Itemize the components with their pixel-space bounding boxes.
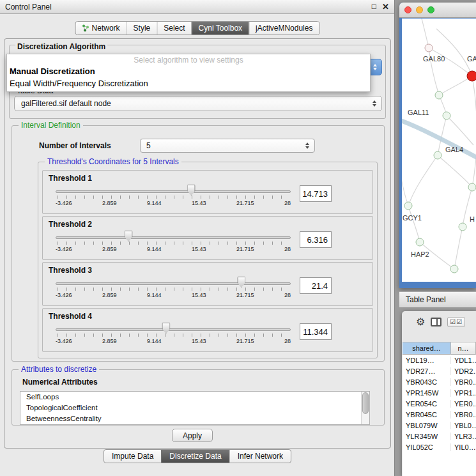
threshold-value-field[interactable]: 6.316: [300, 231, 332, 248]
tick-label: -3.426: [56, 338, 72, 344]
slider-thumb[interactable]: [187, 185, 196, 196]
slider-ticks: [58, 242, 289, 245]
table-cell[interactable]: YDL19…: [403, 357, 451, 364]
network-node[interactable]: [467, 71, 476, 82]
table-cell[interactable]: YER054C: [403, 400, 451, 408]
algorithm-placeholder-option[interactable]: Select algorithm to view settings: [7, 54, 370, 65]
table-cell[interactable]: YER0…: [451, 400, 476, 408]
column-header[interactable]: shared…: [403, 342, 451, 355]
threshold-slider[interactable]: -3.426 2.859 9.144 15.43 21.715 28: [56, 231, 291, 256]
table-row[interactable]: YBR045C YBR0…: [403, 409, 476, 420]
tab-label: Cyni Toolbox: [199, 24, 242, 33]
discretization-algorithm-title: Discretization Algorithm: [15, 42, 107, 51]
window-controls: □ ✕: [372, 2, 389, 12]
threshold-value-field[interactable]: 14.713: [300, 185, 332, 202]
network-node[interactable]: [450, 265, 459, 273]
table-row[interactable]: YLR345W YLR3…: [403, 431, 476, 441]
table-cell[interactable]: YBL0…: [451, 422, 476, 429]
network-node[interactable]: [435, 91, 443, 100]
control-panel-titlebar[interactable]: Control Panel □ ✕: [0, 0, 394, 14]
table-cell[interactable]: YDR27…: [403, 367, 451, 375]
tab[interactable]: jActiveMNodules: [249, 22, 319, 35]
table-row[interactable]: YER054C YER0…: [403, 398, 476, 409]
bottom-tab[interactable]: Infer Network: [229, 450, 291, 463]
tab[interactable]: Cyni Toolbox: [192, 22, 249, 35]
threshold-slider[interactable]: -3.426 2.859 9.144 15.43 21.715 28: [56, 185, 291, 210]
table-row[interactable]: YBR043C YBR0…: [403, 376, 476, 387]
bottom-tab[interactable]: Discretize Data: [161, 450, 229, 463]
table-cell[interactable]: YPR145W: [403, 389, 451, 397]
slider-thumb[interactable]: [125, 231, 133, 242]
numerical-attributes-label: Numerical Attributes: [22, 378, 98, 387]
table-cell[interactable]: YIL052C: [403, 443, 451, 451]
table-cell[interactable]: YBR0…: [451, 378, 476, 386]
columns-icon[interactable]: [431, 318, 441, 326]
threshold-value-field[interactable]: 11.344: [300, 323, 332, 340]
table-cell[interactable]: YDL1…: [451, 357, 476, 364]
select-columns-icon[interactable]: ☑☑: [447, 317, 465, 327]
network-node[interactable]: [459, 223, 467, 231]
table-cell[interactable]: YBR045C: [403, 411, 451, 418]
close-traffic-light-icon[interactable]: [404, 6, 411, 13]
table-cell[interactable]: YLR3…: [451, 433, 476, 440]
table-row[interactable]: YPR145W YPR1…: [403, 387, 476, 398]
slider-track[interactable]: [56, 328, 291, 331]
table-row[interactable]: YDL19… YDL1…: [403, 355, 476, 365]
table-panel-title: Table Panel: [406, 295, 446, 304]
network-view-window: GAL80GAGAL11GAL4GCY1HHAP2: [399, 3, 476, 288]
table-cell[interactable]: YLR345W: [403, 433, 451, 440]
network-node[interactable]: [425, 44, 433, 52]
table-cell[interactable]: YBR043C: [403, 378, 451, 386]
scrollbar-thumb[interactable]: [362, 392, 369, 414]
threshold-slider[interactable]: -3.426 2.859 9.144 15.43 21.715 28: [56, 323, 291, 348]
network-canvas[interactable]: GAL80GAGAL11GAL4GCY1HHAP2: [402, 19, 476, 282]
minimize-traffic-light-icon[interactable]: [416, 6, 423, 13]
table-cell[interactable]: YBR0…: [451, 411, 476, 418]
gear-icon[interactable]: ⚙: [416, 317, 425, 327]
tab-label: jActiveMNodules: [256, 24, 312, 33]
table-row[interactable]: YDR27… YDR2…: [403, 365, 476, 376]
algorithm-option[interactable]: Equal Width/Frequency Discretization: [7, 77, 370, 89]
close-window-icon[interactable]: ✕: [382, 2, 389, 12]
algorithm-option[interactable]: Manual Discretization: [7, 65, 370, 77]
threshold-value-field[interactable]: 21.4: [300, 277, 332, 294]
table-data-value: galFiltered.sif default node: [21, 99, 111, 108]
attribute-list-item[interactable]: BetweennessCentrality: [20, 413, 369, 424]
bottom-tab[interactable]: Impute Data: [104, 450, 161, 463]
network-window-titlebar[interactable]: [399, 3, 476, 18]
network-node[interactable]: [443, 112, 451, 120]
table-cell[interactable]: YDR2…: [451, 367, 476, 375]
threshold-slider[interactable]: -3.426 2.859 9.144 15.43 21.715 28: [56, 277, 291, 302]
table-row[interactable]: YIL052C YIL0…: [403, 441, 476, 452]
table-row[interactable]: YBL079W YBL0…: [403, 420, 476, 431]
tick-label: -3.426: [56, 292, 72, 298]
list-scrollbar[interactable]: [361, 392, 369, 424]
network-node[interactable]: [404, 202, 413, 210]
threshold-box: Threshold 4 -3.426 2.859 9.144 15.43: [42, 308, 373, 352]
attribute-list-item[interactable]: SelfLoops: [20, 392, 369, 403]
table-data-combobox[interactable]: galFiltered.sif default node: [14, 96, 382, 111]
number-of-intervals-combobox[interactable]: 5: [140, 139, 315, 153]
tab[interactable]: Network: [76, 22, 127, 35]
table-cell[interactable]: YIL0…: [451, 443, 476, 451]
apply-button[interactable]: Apply: [172, 429, 213, 442]
tab[interactable]: Select: [157, 22, 191, 35]
slider-track[interactable]: [56, 190, 291, 193]
slider-thumb[interactable]: [162, 323, 170, 334]
table-cell[interactable]: YBL079W: [403, 422, 451, 429]
network-node[interactable]: [416, 238, 424, 247]
table-panel-header[interactable]: Table Panel: [399, 291, 476, 308]
network-icon: [82, 24, 89, 32]
slider-track[interactable]: [56, 236, 291, 239]
slider-track[interactable]: [56, 282, 291, 285]
float-window-icon[interactable]: □: [372, 2, 376, 12]
tab[interactable]: Style: [127, 22, 157, 35]
numerical-attributes-list[interactable]: SelfLoopsTopologicalCoefficientBetweenne…: [20, 391, 370, 425]
column-header[interactable]: n…: [451, 342, 476, 355]
table-cell[interactable]: YPR1…: [451, 389, 476, 397]
network-node[interactable]: [434, 151, 442, 160]
zoom-traffic-light-icon[interactable]: [427, 6, 434, 13]
network-node[interactable]: [468, 183, 476, 192]
slider-thumb[interactable]: [237, 277, 245, 288]
attribute-list-item[interactable]: TopologicalCoefficient: [20, 403, 369, 413]
